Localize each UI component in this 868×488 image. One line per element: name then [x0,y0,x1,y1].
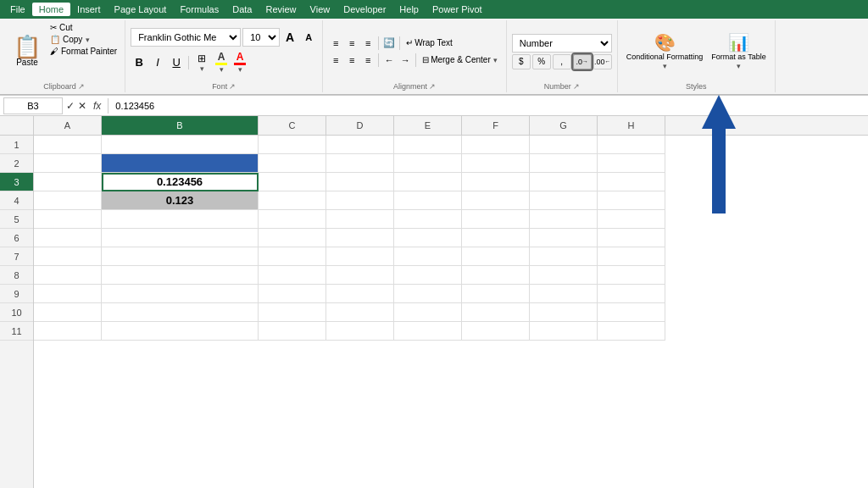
cell-b5[interactable] [102,210,259,229]
row-header-3[interactable]: 3 [0,173,33,191]
cell-b9[interactable] [102,285,259,303]
cell-f7[interactable] [462,247,530,266]
cell-e7[interactable] [394,247,462,266]
cell-d9[interactable] [326,285,394,303]
align-top-center-button[interactable]: ≡ [344,36,359,51]
menu-data[interactable]: Data [225,3,259,16]
cell-c4[interactable] [259,191,326,210]
cell-e4[interactable] [394,191,462,210]
align-right-button[interactable]: ≡ [360,53,376,68]
row-header-8[interactable]: 8 [0,266,33,285]
col-header-e[interactable]: E [394,116,462,135]
cell-g9[interactable] [530,285,598,303]
cell-f11[interactable] [462,322,530,341]
col-header-d[interactable]: D [326,116,394,135]
cell-e1[interactable] [394,136,462,154]
cell-h5[interactable] [598,210,665,229]
cell-a6[interactable] [34,229,102,247]
cell-e11[interactable] [394,322,462,341]
comma-button[interactable]: , [553,54,571,69]
merge-center-button[interactable]: ⊟ Merge & Center ▾ [419,54,501,65]
percent-button[interactable]: % [532,54,551,69]
format-as-table-button[interactable]: 📊 Format as Table ▾ [708,22,769,80]
cell-g11[interactable] [530,322,598,341]
font-name-select[interactable]: Franklin Gothic Me [131,28,241,47]
menu-home[interactable]: Home [32,3,70,16]
cell-h3[interactable] [598,173,665,191]
menu-insert[interactable]: Insert [70,3,108,16]
menu-file[interactable]: File [3,3,32,16]
orientation-button[interactable]: 🔄 [381,36,397,51]
cell-a3[interactable] [34,173,102,191]
number-format-select[interactable]: Number [512,34,612,53]
cell-g7[interactable] [530,247,598,266]
cell-c8[interactable] [259,266,326,285]
increase-decimal-button[interactable]: .0→ [573,54,592,69]
cell-b7[interactable] [102,247,259,266]
row-header-1[interactable]: 1 [0,136,33,154]
cell-d8[interactable] [326,266,394,285]
currency-button[interactable]: $ [512,54,531,69]
cell-e6[interactable] [394,229,462,247]
cell-g5[interactable] [530,210,598,229]
cell-h7[interactable] [598,247,665,266]
cell-a2[interactable] [34,154,102,173]
font-color-button[interactable]: A ▾ [231,50,248,75]
cell-g4[interactable] [530,191,598,210]
cell-b10[interactable] [102,303,259,322]
cell-d6[interactable] [326,229,394,247]
align-top-right-button[interactable]: ≡ [360,36,376,51]
col-header-f[interactable]: F [462,116,530,135]
formula-input[interactable] [112,97,865,114]
copy-button[interactable]: 📋 Copy ▾ [47,34,120,45]
cut-button[interactable]: ✂ Cut [47,22,120,33]
cell-e5[interactable] [394,210,462,229]
underline-button[interactable]: U [168,54,185,71]
cell-a4[interactable] [34,191,102,210]
cell-g3[interactable] [530,173,598,191]
align-top-left-button[interactable]: ≡ [328,36,343,51]
borders-button[interactable]: ⊞ ▾ [192,54,211,71]
wrap-text-button[interactable]: ↵ Wrap Text [403,37,456,48]
row-header-2[interactable]: 2 [0,154,33,173]
cell-g8[interactable] [530,266,598,285]
row-header-5[interactable]: 5 [0,210,33,229]
decrease-decimal-button[interactable]: .00← [593,54,612,69]
row-header-7[interactable]: 7 [0,247,33,266]
col-header-a[interactable]: A [34,116,102,135]
cell-d1[interactable] [326,136,394,154]
cell-c2[interactable] [259,154,326,173]
cell-a11[interactable] [34,322,102,341]
col-header-g[interactable]: G [530,116,598,135]
cell-b2[interactable] [102,154,259,173]
cell-f1[interactable] [462,136,530,154]
row-header-10[interactable]: 10 [0,303,33,322]
menu-page-layout[interactable]: Page Layout [108,3,174,16]
cell-a8[interactable] [34,266,102,285]
format-painter-button[interactable]: 🖌 Format Painter [47,46,120,57]
cell-d11[interactable] [326,322,394,341]
bold-button[interactable]: B [131,54,147,71]
cell-g10[interactable] [530,303,598,322]
cell-f8[interactable] [462,266,530,285]
col-header-b[interactable]: B [102,116,259,135]
cell-a9[interactable] [34,285,102,303]
cell-f5[interactable] [462,210,530,229]
cell-h1[interactable] [598,136,665,154]
cell-e8[interactable] [394,266,462,285]
menu-developer[interactable]: Developer [337,3,392,16]
italic-button[interactable]: I [149,54,166,71]
formula-cancel-icon[interactable]: ✕ [78,100,86,112]
cell-d7[interactable] [326,247,394,266]
cell-h10[interactable] [598,303,665,322]
col-header-h[interactable]: H [598,116,665,135]
cell-a10[interactable] [34,303,102,322]
cell-g1[interactable] [530,136,598,154]
cell-b3[interactable]: 0.123456 [102,173,259,191]
decrease-indent-button[interactable]: ← [381,53,397,68]
increase-indent-button[interactable]: → [398,53,413,68]
align-center-button[interactable]: ≡ [344,53,359,68]
cell-a7[interactable] [34,247,102,266]
col-header-c[interactable]: C [259,116,326,135]
font-expand[interactable]: ↗ [229,82,236,91]
